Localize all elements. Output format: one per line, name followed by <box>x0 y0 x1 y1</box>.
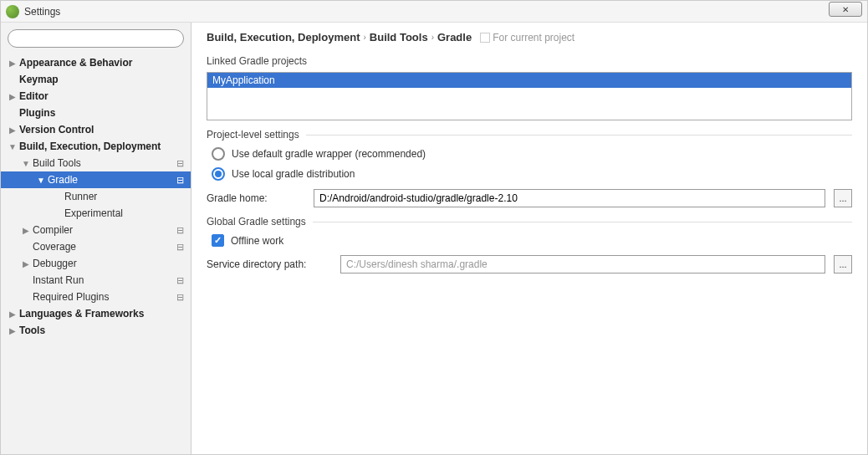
separator <box>313 222 852 222</box>
project-scope-icon <box>480 33 490 43</box>
sidebar-item-runner[interactable]: Runner <box>1 188 191 205</box>
sidebar-item-label: Version Control <box>18 124 94 135</box>
service-dir-input[interactable] <box>340 255 825 274</box>
service-dir-label: Service directory path: <box>207 258 332 270</box>
browse-gradle-home-button[interactable]: ... <box>834 189 852 207</box>
breadcrumb-item[interactable]: Build Tools <box>370 31 428 43</box>
offline-work-checkbox[interactable] <box>212 234 224 247</box>
sidebar-item-editor[interactable]: ▶Editor <box>1 88 191 105</box>
linked-projects-title: Linked Gradle projects <box>207 55 852 67</box>
sidebar-item-label: Required Plugins <box>31 291 109 303</box>
sidebar-item-debugger[interactable]: ▶Debugger <box>1 255 191 272</box>
project-scope-icon: ⊟ <box>176 242 184 253</box>
sidebar-item-label: Coverage <box>31 241 76 253</box>
sidebar-item-build-execution-deployment[interactable]: ▼Build, Execution, Deployment <box>1 138 191 155</box>
search-input[interactable] <box>8 29 184 48</box>
sidebar-item-label: Keymap <box>18 74 59 85</box>
project-scope-icon: ⊟ <box>176 275 184 286</box>
expand-arrow-icon: ▶ <box>21 259 31 268</box>
linked-projects-list[interactable]: MyApplication <box>207 72 852 120</box>
sidebar-item-label: Editor <box>18 90 49 102</box>
sidebar-item-gradle[interactable]: ▼Gradle⊟ <box>1 171 191 188</box>
sidebar-item-version-control[interactable]: ▶Version Control <box>1 121 191 138</box>
breadcrumb-item[interactable]: Build, Execution, Deployment <box>207 31 360 43</box>
sidebar-item-label: Languages & Frameworks <box>18 308 144 320</box>
sidebar-item-label: Appearance & Behavior <box>18 57 132 69</box>
settings-tree: ▶Appearance & BehaviorKeymap▶EditorPlugi… <box>1 53 191 454</box>
title-bar: Settings ✕ <box>1 1 867 23</box>
chevron-right-icon: › <box>363 33 365 42</box>
sidebar-item-compiler[interactable]: ▶Compiler⊟ <box>1 222 191 238</box>
global-settings-title: Global Gradle settings <box>207 216 306 228</box>
expand-arrow-icon: ▶ <box>8 309 18 319</box>
sidebar-item-build-tools[interactable]: ▼Build Tools⊟ <box>1 155 191 171</box>
sidebar-item-experimental[interactable]: Experimental <box>1 205 191 222</box>
sidebar-item-coverage[interactable]: Coverage⊟ <box>1 238 191 255</box>
separator <box>306 135 852 135</box>
settings-sidebar: ▶Appearance & BehaviorKeymap▶EditorPlugi… <box>1 23 191 454</box>
breadcrumb-item[interactable]: Gradle <box>437 31 472 43</box>
project-scope-icon: ⊟ <box>176 292 184 303</box>
scope-hint: For current project <box>480 32 574 43</box>
gradle-home-input[interactable] <box>314 189 825 207</box>
project-scope-icon: ⊟ <box>176 225 184 236</box>
main-panel: Build, Execution, Deployment › Build Too… <box>191 23 867 454</box>
chevron-right-icon: › <box>431 33 434 42</box>
close-button[interactable]: ✕ <box>829 2 862 17</box>
radio-local-distribution[interactable] <box>212 167 225 181</box>
radio-default-wrapper[interactable] <box>212 147 225 161</box>
sidebar-item-plugins[interactable]: Plugins <box>1 105 191 121</box>
expand-arrow-icon: ▼ <box>21 159 31 168</box>
browse-service-dir-button[interactable]: ... <box>834 255 852 274</box>
expand-arrow-icon: ▶ <box>8 92 18 101</box>
sidebar-item-label: Runner <box>63 191 97 202</box>
expand-arrow-icon: ▼ <box>8 142 18 151</box>
sidebar-item-label: Build, Execution, Deployment <box>18 141 161 152</box>
sidebar-item-required-plugins[interactable]: Required Plugins⊟ <box>1 289 191 305</box>
sidebar-item-tools[interactable]: ▶Tools <box>1 322 191 339</box>
offline-work-label: Offline work <box>231 235 283 247</box>
project-scope-icon: ⊟ <box>176 158 184 169</box>
expand-arrow-icon: ▶ <box>21 226 31 235</box>
gradle-home-label: Gradle home: <box>207 192 305 204</box>
sidebar-item-label: Debugger <box>31 258 77 269</box>
sidebar-item-label: Tools <box>18 325 45 336</box>
sidebar-item-keymap[interactable]: Keymap <box>1 71 191 88</box>
window-title: Settings <box>24 6 60 18</box>
sidebar-item-label: Gradle <box>46 174 78 186</box>
breadcrumb: Build, Execution, Deployment › Build Too… <box>207 31 852 43</box>
expand-arrow-icon: ▶ <box>8 326 18 335</box>
sidebar-item-label: Build Tools <box>31 157 81 169</box>
radio-local-label: Use local gradle distribution <box>232 168 355 180</box>
expand-arrow-icon: ▼ <box>36 176 46 185</box>
sidebar-item-label: Instant Run <box>31 274 84 286</box>
project-scope-icon: ⊟ <box>176 175 184 186</box>
project-level-title: Project-level settings <box>207 129 299 141</box>
app-icon <box>6 5 19 18</box>
sidebar-item-appearance-behavior[interactable]: ▶Appearance & Behavior <box>1 54 191 71</box>
expand-arrow-icon: ▶ <box>8 125 18 135</box>
radio-default-label: Use default gradle wrapper (recommended) <box>232 148 426 160</box>
sidebar-item-label: Compiler <box>31 224 73 236</box>
sidebar-item-label: Plugins <box>18 107 55 119</box>
list-item[interactable]: MyApplication <box>207 73 851 88</box>
expand-arrow-icon: ▶ <box>8 59 18 68</box>
sidebar-item-instant-run[interactable]: Instant Run⊟ <box>1 272 191 289</box>
sidebar-item-languages-frameworks[interactable]: ▶Languages & Frameworks <box>1 305 191 322</box>
sidebar-item-label: Experimental <box>63 207 123 219</box>
